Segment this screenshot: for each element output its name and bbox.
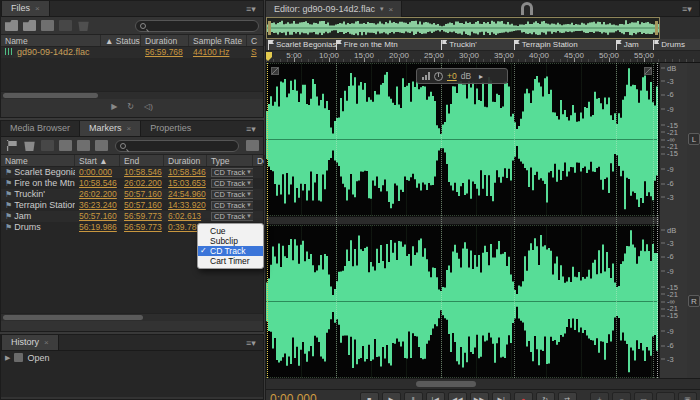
gain-hud[interactable]: +0 dB ▸ (416, 68, 508, 84)
marker-end[interactable]: 56:59.773 (120, 211, 164, 222)
waveform-channel-right[interactable] (266, 225, 659, 378)
files-table-header[interactable]: Name▲ StatusDurationSample RateC (1, 35, 263, 47)
tab-editor[interactable]: Editor: gd90-09-14d2.flac ▾ × (266, 1, 402, 17)
filter-icon[interactable] (246, 140, 259, 151)
preview-play-icon[interactable]: ▶ (111, 102, 117, 111)
column-header-sample-rate[interactable]: Sample Rate (189, 35, 247, 46)
marker-end[interactable]: 10:58.546 (120, 167, 164, 178)
close-icon[interactable]: × (389, 5, 394, 14)
marker-row[interactable]: ⚑Jam50:57.16056:59.7736:02.613CD Track▼ (1, 211, 263, 222)
column-header-de[interactable]: De (253, 155, 265, 166)
record-button[interactable]: ● (514, 392, 533, 400)
panel-menu-icon[interactable]: ≡▾ (679, 4, 695, 14)
marker-start[interactable]: 50:57.160 (75, 211, 120, 222)
markers-table-header[interactable]: NameStart ▲EndDurationTypeDe (1, 155, 263, 167)
loop-button[interactable]: ↻ (536, 392, 555, 400)
play-button[interactable]: ▶ (382, 392, 401, 400)
timeline-marker-jam[interactable]: Jam (616, 40, 639, 50)
marker-type-dropdown[interactable]: CD Track▼ (211, 168, 253, 177)
files-search-input[interactable] (149, 21, 254, 30)
stop-button[interactable]: ■ (360, 392, 379, 400)
go-to-end-button[interactable]: ▶| (492, 392, 511, 400)
menu-item-cue[interactable]: Cue (198, 226, 263, 236)
twirl-icon[interactable]: ▶ (5, 354, 10, 362)
panel-menu-icon[interactable]: ≡▾ (243, 338, 259, 348)
marker-start[interactable]: 36:23.240 (75, 200, 120, 211)
new-media-icon[interactable] (41, 20, 54, 31)
marker-type-dropdown[interactable]: CD Track▼ (211, 212, 253, 221)
markers-hscrollbar[interactable] (1, 313, 263, 321)
waveform-hscrollbar[interactable] (266, 378, 700, 389)
column-header-end[interactable]: End (120, 155, 164, 166)
markers-search[interactable] (115, 140, 239, 152)
left-channel-badge[interactable]: L (688, 133, 700, 145)
waveform-channel-left[interactable] (266, 63, 659, 216)
marker-bar[interactable]: Scarlet BegoniasFire on the MtnTruckin'T… (266, 39, 700, 51)
marker-type-dropdown[interactable]: CD Track▼ (211, 190, 253, 199)
add-marker-icon[interactable] (5, 140, 18, 151)
marker-start[interactable]: 26:02.200 (75, 189, 120, 200)
channel-divider[interactable] (266, 216, 659, 225)
files-hscrollbar[interactable] (1, 91, 263, 99)
zoom-in-button[interactable]: + (590, 392, 609, 400)
autoplay-icon[interactable]: ◁) (144, 102, 153, 111)
marker-end[interactable]: 50:57.160 (120, 200, 164, 211)
column-header-c[interactable]: C (247, 35, 265, 46)
zoom-out-button[interactable]: − (612, 392, 631, 400)
loop-preview-icon[interactable]: ↻ (127, 102, 134, 111)
right-channel-badge[interactable]: R (688, 295, 700, 307)
table-row[interactable]: gd90-09-14d2.flac56:59.76844100 HzS (1, 47, 263, 58)
timeline-marker-terrapin-station[interactable]: Terrapin Station (514, 40, 578, 50)
tab-history[interactable]: History× (1, 335, 59, 350)
range-handle-right[interactable] (655, 21, 658, 35)
marker-row[interactable]: ⚑Fire on the Mtn10:58.54626:02.20015:03.… (1, 178, 263, 189)
drag-handle-icon[interactable]: ▸ (479, 72, 483, 81)
timeline-marker-fire-on-the-mtn[interactable]: Fire on the Mtn (336, 40, 398, 50)
gain-knob-icon[interactable] (434, 72, 443, 81)
playhead-handle[interactable] (266, 52, 272, 61)
zoom-navigator-range[interactable] (266, 17, 660, 39)
fast-forward-button[interactable]: ▶▶ (470, 392, 489, 400)
tab-markers[interactable]: Markers× (79, 121, 141, 136)
tab-properties[interactable]: Properties (141, 121, 200, 136)
scroll-widget-icon[interactable] (271, 67, 279, 75)
zoom-selection-button[interactable]: ▭ (634, 392, 653, 400)
zoom-navigator[interactable] (266, 17, 700, 39)
burn-cd-icon[interactable] (95, 140, 108, 151)
scroll-widget-icon[interactable] (644, 67, 652, 75)
close-icon[interactable]: × (35, 4, 40, 13)
go-to-start-button[interactable]: |◀ (426, 392, 445, 400)
marker-type-dropdown[interactable]: CD Track▼ (211, 179, 253, 188)
panel-menu-icon[interactable]: ≡▾ (243, 124, 259, 134)
gain-value[interactable]: +0 (447, 71, 457, 81)
range-handle-left[interactable] (268, 21, 271, 35)
marker-end[interactable]: 50:57.160 (120, 189, 164, 200)
snap-magnet-icon[interactable] (521, 2, 533, 15)
column-header-status[interactable]: ▲ Status (101, 35, 141, 46)
menu-item-cd-track[interactable]: ✓CD Track (198, 246, 263, 256)
timeline-marker-truckin-[interactable]: Truckin' (441, 40, 476, 50)
chevron-down-icon[interactable]: ▾ (380, 5, 384, 13)
marker-type-dropdown[interactable]: CD Track▼ (211, 201, 253, 210)
marker-end[interactable]: 26:02.200 (120, 178, 164, 189)
marker-end[interactable]: 56:59.773 (120, 222, 164, 233)
timeline-marker-drums[interactable]: Drums (653, 40, 685, 50)
column-header-duration[interactable]: Duration (164, 155, 207, 166)
column-header-name[interactable]: Name (1, 155, 75, 166)
delete-marker-icon[interactable] (23, 140, 36, 151)
marker-start[interactable]: 0:00.000 (75, 167, 120, 178)
playhead-line[interactable] (267, 63, 268, 378)
zoom-full-button[interactable]: ↔ (656, 392, 675, 400)
menu-item-subclip[interactable]: Subclip (198, 236, 263, 246)
markers-search-input[interactable] (129, 141, 234, 150)
files-search[interactable] (135, 20, 259, 32)
panel-menu-icon[interactable]: ≡▾ (243, 4, 259, 14)
column-header-duration[interactable]: Duration (141, 35, 189, 46)
menu-item-cart-timer[interactable]: Cart Timer (198, 256, 263, 266)
marker-row[interactable]: ⚑Terrapin Station36:23.24050:57.16014:33… (1, 200, 263, 211)
export-markers-icon[interactable] (77, 140, 90, 151)
marker-row[interactable]: ⚑Scarlet Begonias0:00.00010:58.54610:58.… (1, 167, 263, 178)
skip-selection-button[interactable]: ⇄ (558, 392, 577, 400)
insert-into-playlist-icon[interactable] (59, 140, 72, 151)
import-file-icon[interactable] (23, 20, 36, 31)
